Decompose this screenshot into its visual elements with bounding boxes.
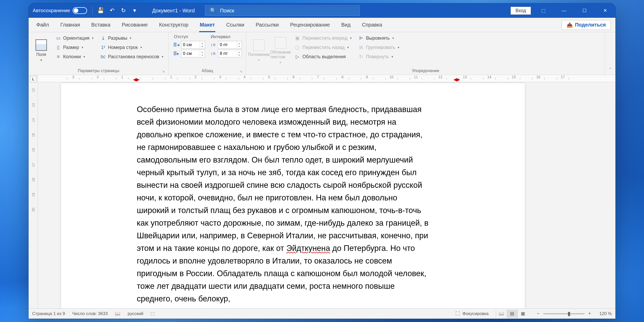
- undo-icon[interactable]: ↶: [107, 5, 117, 16]
- status-page[interactable]: Страница 1 из 9: [32, 311, 65, 316]
- size-icon: ▯: [55, 45, 61, 50]
- page: Особенно приметна была в этом лице его м…: [61, 83, 525, 308]
- focus-mode-button[interactable]: ⛶Фокусировка: [455, 311, 489, 316]
- align-icon: ⊫: [358, 35, 364, 41]
- statusbar: Страница 1 из 9 Число слов: 3633 📖 русск…: [29, 308, 615, 319]
- document-text[interactable]: Особенно приметна была в этом лице его м…: [137, 103, 429, 305]
- tab-draw[interactable]: Рисование: [116, 18, 154, 32]
- spacing-label: Интервал: [210, 34, 242, 40]
- position-icon: [253, 39, 265, 51]
- space-before-input[interactable]: ▴▾: [218, 41, 242, 49]
- line-numbers-button[interactable]: 1²Номера строк▾: [98, 43, 166, 52]
- space-after-input[interactable]: ▴▾: [218, 50, 242, 57]
- read-mode-icon[interactable]: 📖: [496, 310, 507, 318]
- tab-layout[interactable]: Макет: [194, 18, 221, 32]
- paragraph-launcher-icon[interactable]: ↘: [240, 69, 242, 73]
- group-paragraph-label: Абзац: [202, 69, 213, 73]
- close-icon[interactable]: ✕: [595, 3, 615, 18]
- status-accessibility[interactable]: ⬚: [150, 311, 155, 316]
- columns-button[interactable]: ≡Колонки▾: [53, 52, 96, 61]
- bring-forward-button: ▣Переместить вперед▾: [292, 34, 354, 43]
- minimize-icon[interactable]: —: [554, 3, 574, 18]
- search-placeholder: Поиск: [220, 8, 234, 14]
- indent-left-input[interactable]: ▴▾: [181, 41, 205, 49]
- status-language[interactable]: русский: [128, 311, 143, 316]
- redo-icon[interactable]: ↻: [118, 5, 129, 16]
- orientation-icon: ▭: [55, 35, 61, 41]
- titlebar: Автосохранение 💾 ↶ ↻ ▾ Документ1 - Word …: [29, 3, 615, 18]
- group-icon: ⊞: [358, 45, 364, 50]
- line-numbers-icon: 1²: [100, 45, 106, 50]
- group-button: ⊞Группировать▾: [356, 43, 402, 52]
- zoom-slider[interactable]: − +: [536, 311, 592, 316]
- workspace: L 121314151617181920 3211234567891011121…: [29, 75, 615, 308]
- maximize-icon[interactable]: ☐: [574, 3, 595, 18]
- selection-pane-icon: ▷: [295, 54, 300, 60]
- signin-button[interactable]: Вход: [511, 7, 531, 15]
- zoom-out-icon[interactable]: −: [536, 311, 541, 316]
- focus-icon: ⛶: [455, 311, 460, 316]
- tab-help[interactable]: Справка: [356, 18, 388, 32]
- autosave-label: Автосохранение: [33, 8, 70, 13]
- collapse-ribbon-icon[interactable]: ˄: [605, 32, 615, 75]
- breaks-button[interactable]: ⤓Разрывы▾: [98, 34, 166, 43]
- accessibility-icon: ⬚: [150, 311, 155, 316]
- indent-left-icon: ≣◂: [173, 41, 180, 48]
- hyphenation-icon: bc: [100, 54, 106, 60]
- selection-pane-button[interactable]: ▷Область выделения: [292, 52, 354, 61]
- tab-selector-icon[interactable]: L: [30, 76, 36, 82]
- ribbon-tabs: Файл Главная Вставка Рисование Конструкт…: [29, 18, 615, 32]
- tab-home[interactable]: Главная: [55, 18, 86, 32]
- send-backward-button: ▢Переместить назад▾: [292, 43, 354, 52]
- columns-icon: ≡: [55, 54, 61, 60]
- tab-mailings[interactable]: Рассылки: [250, 18, 285, 32]
- space-after-icon: ↕≡: [210, 50, 216, 57]
- wrap-icon: [275, 37, 286, 48]
- print-layout-icon[interactable]: ▤: [507, 310, 518, 318]
- group-arrange-label: Упорядочение: [412, 69, 439, 73]
- document-area[interactable]: Особенно приметна была в этом лице его м…: [38, 82, 615, 308]
- page-setup-launcher-icon[interactable]: ↘: [162, 69, 165, 73]
- rotate-icon: ↻: [358, 54, 364, 60]
- share-button[interactable]: 📤 Поделиться: [562, 20, 611, 30]
- right-margin-marker-icon[interactable]: ◀▶: [454, 77, 460, 82]
- indent-label: Отступ: [173, 34, 205, 40]
- vertical-ruler[interactable]: L 121314151617181920: [29, 75, 38, 308]
- autosave-toggle[interactable]: [73, 7, 87, 14]
- group-page-setup: Поля ▾ ▭Ориентация▾ ▯Размер▾ ≡Колонки▾ ⤓…: [29, 32, 169, 75]
- search-box[interactable]: 🔍 Поиск: [205, 5, 360, 16]
- position-button: Положение▾: [249, 34, 269, 67]
- space-before-icon: ↕≡: [210, 41, 216, 48]
- hyphenation-button[interactable]: bcРасстановка переносов▾: [98, 52, 166, 61]
- spellcheck-word: Эйдткунена: [286, 244, 330, 253]
- tab-file[interactable]: Файл: [31, 18, 55, 32]
- align-button[interactable]: ⊫Выровнять▾: [356, 34, 402, 43]
- tab-design[interactable]: Конструктор: [153, 18, 194, 32]
- zoom-level[interactable]: 120 %: [599, 311, 612, 316]
- horizontal-ruler[interactable]: 3211234567891011121314151617 ◀▶ ◀▶: [38, 75, 615, 82]
- tab-references[interactable]: Ссылки: [221, 18, 250, 32]
- wrap-text-button: Обтекание текстом▾: [270, 34, 291, 67]
- group-paragraph: Отступ ≣◂ ▴▾ ≣▸ ▴▾ Интервал ↕≡ ▴▾: [169, 32, 246, 75]
- ribbon-display-icon[interactable]: ⬚: [533, 3, 554, 18]
- zoom-in-icon[interactable]: +: [587, 311, 592, 316]
- save-icon[interactable]: 💾: [96, 5, 106, 16]
- margins-icon: [36, 39, 47, 51]
- left-margin-marker-icon[interactable]: ◀▶: [133, 77, 139, 82]
- indent-right-input[interactable]: ▴▾: [181, 50, 205, 57]
- status-words[interactable]: Число слов: 3633: [72, 311, 108, 316]
- app-window: Автосохранение 💾 ↶ ↻ ▾ Документ1 - Word …: [28, 3, 616, 319]
- tab-review[interactable]: Рецензирование: [284, 18, 335, 32]
- orientation-button[interactable]: ▭Ориентация▾: [53, 34, 96, 43]
- rotate-button: ↻Повернуть▾: [356, 52, 402, 61]
- qat-customize-icon[interactable]: ▾: [130, 5, 140, 16]
- ribbon: Поля ▾ ▭Ориентация▾ ▯Размер▾ ≡Колонки▾ ⤓…: [29, 32, 615, 75]
- size-button[interactable]: ▯Размер▾: [53, 43, 96, 52]
- web-layout-icon[interactable]: ▦: [518, 310, 528, 318]
- proofing-icon: 📖: [115, 311, 120, 316]
- group-arrange: Положение▾ Обтекание текстом▾ ▣Перемести…: [246, 32, 605, 75]
- margins-button[interactable]: Поля ▾: [31, 34, 51, 67]
- status-proofing[interactable]: 📖: [115, 311, 120, 316]
- tab-view[interactable]: Вид: [336, 18, 356, 32]
- tab-insert[interactable]: Вставка: [86, 18, 116, 32]
